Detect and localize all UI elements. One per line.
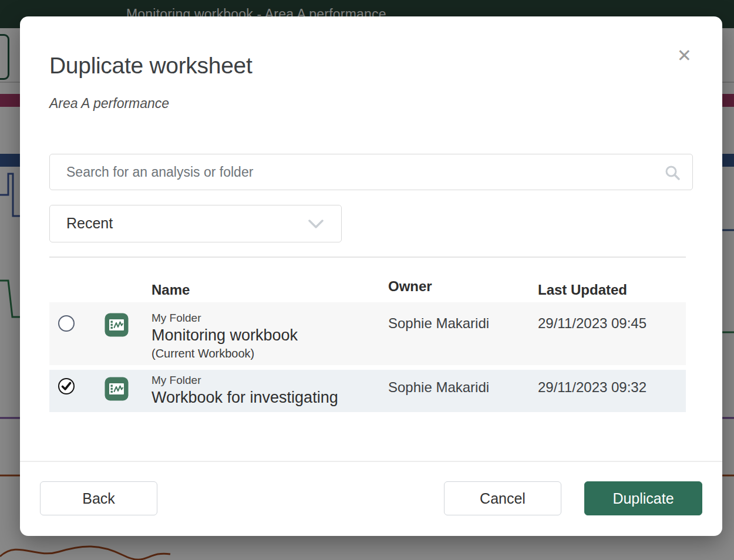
row-folder: My Folder — [151, 310, 388, 326]
row-name: Workbook for investigating — [151, 388, 388, 407]
radio-checked[interactable] — [58, 378, 75, 394]
search-icon — [664, 164, 681, 181]
sort-filter-dropdown[interactable]: Recent — [49, 205, 342, 242]
close-icon[interactable]: ✕ — [677, 49, 692, 62]
table-header: Name Owner Last Updated — [49, 282, 686, 301]
check-icon — [61, 382, 72, 391]
table-top-divider — [49, 257, 686, 258]
workbook-icon — [105, 377, 129, 401]
radio-cell — [49, 370, 105, 412]
row-name: Monitoring workbook — [151, 326, 388, 345]
name-cell: My Folder Monitoring workbook (Current W… — [151, 302, 388, 365]
table-row[interactable]: My Folder Workbook for investigating Sop… — [49, 370, 686, 412]
row-folder: My Folder — [151, 372, 388, 388]
back-button[interactable]: Back — [40, 481, 157, 515]
dialog-title: Duplicate worksheet — [49, 53, 252, 79]
search-input[interactable] — [50, 154, 692, 190]
row-last-updated: 29/11/2023 09:32 — [538, 370, 686, 412]
icon-cell — [105, 370, 151, 412]
footer-divider — [20, 461, 722, 462]
dialog-subtitle: Area A performance — [49, 96, 169, 112]
dropdown-selected-value: Recent — [66, 215, 113, 232]
row-note: (Current Workbook) — [151, 346, 388, 361]
row-last-updated: 29/11/2023 09:45 — [538, 302, 686, 365]
column-header-owner: Owner — [388, 278, 432, 295]
column-header-last-updated: Last Updated — [538, 282, 627, 298]
chevron-down-icon — [308, 220, 324, 229]
table-row[interactable]: My Folder Monitoring workbook (Current W… — [49, 302, 686, 365]
screen: Monitoring workbook - Area A performance… — [0, 0, 734, 560]
row-owner: Sophie Makaridi — [388, 370, 538, 412]
cancel-button[interactable]: Cancel — [444, 481, 561, 515]
workbook-icon — [105, 313, 129, 337]
radio-unchecked[interactable] — [58, 315, 75, 332]
radio-cell — [49, 302, 105, 365]
search-box — [49, 154, 693, 190]
name-cell: My Folder Workbook for investigating — [151, 370, 388, 412]
duplicate-button[interactable]: Duplicate — [584, 481, 702, 515]
column-header-name: Name — [151, 282, 190, 298]
row-owner: Sophie Makaridi — [388, 302, 538, 365]
duplicate-worksheet-dialog: ✕ Duplicate worksheet Area A performance… — [20, 16, 722, 536]
icon-cell — [105, 302, 151, 365]
